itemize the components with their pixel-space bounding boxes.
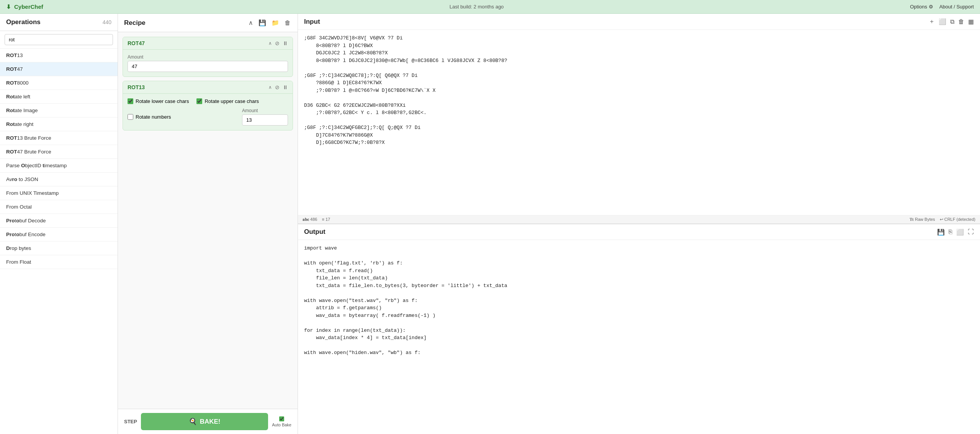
op-text: Protobuf Decode (6, 218, 46, 224)
gear-icon: ⚙ (929, 4, 933, 10)
input-title: Input (304, 18, 320, 26)
step-rot47-amount-label: Amount (128, 54, 288, 60)
sidebar-item-unix-timestamp[interactable]: From UNIX Timestamp (0, 186, 118, 200)
options-label: Options (910, 4, 927, 10)
about-link[interactable]: About / Support (939, 4, 974, 10)
cb-upper-case-label: Rotate upper case chars (205, 98, 259, 104)
bake-icon: 🍳 (189, 418, 197, 426)
sidebar-count: 440 (103, 19, 111, 25)
sidebar-item-rotate-right[interactable]: Rotate right (0, 117, 118, 131)
step-rot13-amount-input[interactable] (242, 114, 288, 126)
options-link[interactable]: Options ⚙ (910, 4, 933, 10)
input-expand-btn[interactable]: ⬜ (939, 18, 946, 26)
auto-bake-checkbox[interactable] (279, 416, 284, 421)
sidebar-item-protobuf-decode[interactable]: Protobuf Decode (0, 214, 118, 228)
input-grid-btn[interactable]: ▦ (968, 18, 974, 26)
op-rest: 13 (17, 52, 23, 58)
input-statusbar: 𝐚𝐛𝐜 486 ≡ 17 𝐓𝐭 Raw Bytes ↩ CRLF (detect… (298, 215, 980, 224)
bake-button[interactable]: 🍳 BAKE! (141, 413, 268, 430)
op-rest: ate Image (15, 108, 38, 113)
output-content: import wave with open('flag.txt', 'rb') … (298, 240, 980, 434)
recipe-step-rot13: ROT13 ∧ ⊘ ⏸ Rotate lower case chars (123, 81, 293, 131)
output-fullscreen-btn[interactable]: ⛶ (968, 228, 974, 236)
bake-label: BAKE! (200, 418, 221, 426)
output-toolbar: 💾 ⎘ ⬜ ⛶ (937, 228, 974, 236)
step-rot47-controls: ∧ ⊘ ⏸ (268, 40, 288, 46)
input-clear-btn[interactable]: 🗑 (958, 18, 964, 26)
op-rest: ate left (15, 94, 31, 100)
sidebar-item-protobuf-encode[interactable]: Protobuf Encode (0, 228, 118, 241)
output-header: Output 💾 ⎘ ⬜ ⛶ (298, 224, 980, 240)
op-bold: ROT (6, 135, 17, 141)
sidebar-item-from-octal[interactable]: From Octal (0, 200, 118, 214)
sidebar-title: Operations (6, 18, 41, 26)
input-content[interactable]: ;G8F 34C2WVDJ?E]8<8V[ V6@VX ?7 Di 8<80B?… (298, 30, 980, 215)
op-rest: 8000 (17, 80, 29, 86)
cb-numbers-input[interactable] (128, 114, 133, 120)
recipe-toolbar: ∧ 💾 📁 🗑 (248, 18, 291, 27)
step-rot13-disable-btn[interactable]: ⊘ (275, 84, 280, 90)
recipe-header: Recipe ∧ 💾 📁 🗑 (118, 14, 298, 32)
cb-numbers[interactable]: Rotate numbers (128, 114, 171, 120)
input-statusbar-left: 𝐚𝐛𝐜 486 ≡ 17 (303, 217, 330, 222)
op-text: From Octal (6, 204, 32, 210)
step-rot47-amount-input[interactable] (128, 61, 288, 72)
op-bold: ROT (6, 52, 17, 58)
op-text: Avro to JSON (6, 176, 38, 182)
recipe-trash-btn[interactable]: 🗑 (284, 19, 291, 27)
input-add-btn[interactable]: ＋ (929, 18, 935, 26)
step-rot47-pause-btn[interactable]: ⏸ (283, 40, 288, 46)
about-label: About / Support (939, 4, 974, 10)
step-rot13-numbers-row: Rotate numbers Amount (128, 108, 288, 126)
cb-upper-case[interactable]: Rotate upper case chars (196, 98, 259, 104)
cb-lower-case-input[interactable] (128, 98, 133, 104)
sidebar-item-rotate-left[interactable]: Rotate left (0, 90, 118, 104)
sidebar-item-parse-objectid[interactable]: Parse ObjectID timestamp (0, 159, 118, 173)
sidebar-item-from-float[interactable]: From Float (0, 255, 118, 269)
input-line-count: ≡ 17 (322, 217, 330, 222)
sidebar-item-rot8000[interactable]: ROT8000 (0, 76, 118, 90)
step-rot13-header: ROT13 ∧ ⊘ ⏸ (123, 81, 293, 94)
op-bold: Rot (6, 94, 15, 100)
op-rest: ate right (15, 121, 34, 127)
op-bold: Rot (6, 108, 15, 113)
sidebar-item-rot47[interactable]: ROT47 (0, 62, 118, 76)
op-text: From UNIX Timestamp (6, 190, 59, 196)
sidebar-item-rot13[interactable]: ROT13 (0, 49, 118, 62)
cb-upper-case-input[interactable] (196, 98, 202, 104)
topbar-right: Options ⚙ About / Support (910, 4, 974, 10)
op-text: Drop bytes (6, 245, 31, 251)
topbar-brand: ⬇ CyberChef (6, 3, 43, 10)
cb-numbers-label: Rotate numbers (136, 114, 171, 120)
download-icon: ⬇ (6, 3, 11, 10)
topbar-build-info: Last build: 2 months ago (450, 4, 504, 10)
step-rot13-checkboxes: Rotate lower case chars Rotate upper cas… (128, 98, 288, 104)
output-copy-btn[interactable]: ⎘ (949, 228, 952, 236)
op-bold: ROT (6, 66, 17, 72)
op-text: Parse ObjectID timestamp (6, 163, 67, 168)
auto-bake-label: Auto Bake (272, 423, 291, 427)
recipe-bottom: STEP 🍳 BAKE! Auto Bake (118, 409, 298, 434)
sidebar-item-avro-json[interactable]: Avro to JSON (0, 173, 118, 186)
sidebar-item-rotate-image[interactable]: Rotate Image (0, 104, 118, 117)
sidebar-item-rot13-brute[interactable]: ROT13 Brute Force (0, 131, 118, 145)
output-expand-btn[interactable]: ⬜ (956, 228, 964, 236)
search-input[interactable] (5, 34, 113, 45)
step-rot13-amount-label: Amount (242, 108, 288, 113)
step-rot13-pause-btn[interactable]: ⏸ (283, 84, 288, 90)
brand-label: CyberChef (14, 3, 43, 10)
step-rot47-header: ROT47 ∧ ⊘ ⏸ (123, 37, 293, 50)
recipe-save-btn[interactable]: 💾 (258, 18, 267, 27)
recipe-open-btn[interactable]: 📁 (271, 18, 280, 27)
input-split-btn[interactable]: ⧉ (950, 18, 954, 26)
recipe-collapse-btn[interactable]: ∧ (248, 18, 254, 27)
sidebar-item-rot47-brute[interactable]: ROT47 Brute Force (0, 145, 118, 159)
sidebar-item-drop-bytes[interactable]: Drop bytes (0, 241, 118, 255)
cb-lower-case[interactable]: Rotate lower case chars (128, 98, 189, 104)
output-save-btn[interactable]: 💾 (937, 228, 945, 236)
step-rot47-collapse-btn[interactable]: ∧ (268, 41, 272, 46)
step-rot47-disable-btn[interactable]: ⊘ (275, 40, 280, 46)
step-rot13-body: Rotate lower case chars Rotate upper cas… (123, 94, 293, 130)
input-char-count: 𝐚𝐛𝐜 486 (303, 217, 317, 222)
step-rot13-collapse-btn[interactable]: ∧ (268, 85, 272, 90)
